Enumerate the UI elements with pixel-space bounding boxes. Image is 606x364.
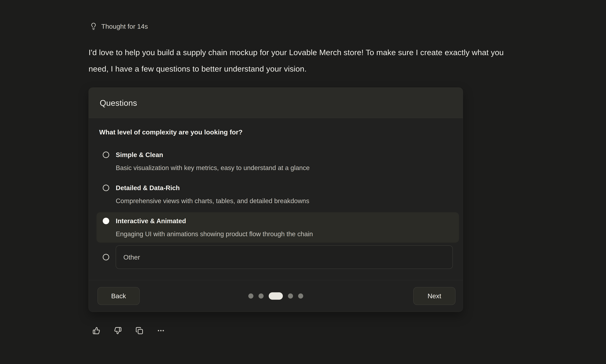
thumbs-down-icon (114, 327, 122, 335)
option-title: Simple & Clean (116, 150, 453, 160)
progress-dot-2 (258, 293, 264, 299)
copy-button[interactable] (135, 327, 143, 335)
message-action-bar (93, 327, 463, 335)
questions-card: Questions What level of complexity are y… (89, 88, 463, 312)
chat-message-block: Thought for 14s I'd love to help you bui… (89, 22, 463, 335)
option-title: Detailed & Data-Rich (116, 183, 453, 193)
questions-card-body: What level of complexity are you looking… (89, 118, 463, 280)
progress-dot-5 (298, 293, 303, 299)
option-interactive-animated[interactable]: Interactive & Animated Engaging UI with … (96, 212, 459, 243)
next-button[interactable]: Next (413, 287, 456, 305)
assistant-message-text: I'd love to help you build a supply chai… (89, 44, 516, 77)
questions-card-footer: Back Next (89, 280, 463, 312)
radio-unselected-icon[interactable] (103, 254, 109, 260)
option-description: Basic visualization with key metrics, ea… (116, 163, 453, 173)
option-title: Interactive & Animated (116, 216, 453, 226)
more-options-button[interactable] (157, 327, 165, 335)
option-other[interactable] (96, 245, 459, 269)
thumbs-up-icon (93, 327, 100, 335)
option-text: Simple & Clean Basic visualization with … (116, 150, 453, 173)
ellipsis-icon (157, 327, 165, 335)
thought-label: Thought for 14s (101, 23, 148, 30)
option-text: Detailed & Data-Rich Comprehensive views… (116, 183, 453, 206)
thumbs-up-button[interactable] (93, 327, 100, 335)
radio-unselected-icon[interactable] (103, 185, 109, 191)
lightbulb-icon (90, 23, 97, 30)
thumbs-down-button[interactable] (114, 327, 122, 335)
option-description: Engaging UI with animations showing prod… (116, 229, 453, 239)
progress-dot-1 (248, 293, 253, 299)
radio-selected-icon[interactable] (103, 218, 109, 224)
copy-icon (135, 327, 143, 335)
option-simple-clean[interactable]: Simple & Clean Basic visualization with … (96, 146, 459, 176)
card-title: Questions (100, 98, 137, 108)
progress-dot-3-active (269, 292, 283, 300)
other-input[interactable] (116, 245, 453, 269)
option-detailed-data-rich[interactable]: Detailed & Data-Rich Comprehensive views… (96, 179, 459, 209)
questions-card-header: Questions (89, 88, 463, 118)
progress-indicator (248, 292, 303, 300)
option-description: Comprehensive views with charts, tables,… (116, 196, 453, 206)
radio-unselected-icon[interactable] (103, 152, 109, 158)
options-list: Simple & Clean Basic visualization with … (96, 146, 459, 269)
option-text: Interactive & Animated Engaging UI with … (116, 216, 453, 239)
back-button[interactable]: Back (97, 287, 140, 305)
question-text: What level of complexity are you looking… (99, 127, 459, 137)
progress-dot-4 (288, 293, 293, 299)
thought-toggle[interactable]: Thought for 14s (90, 22, 463, 30)
